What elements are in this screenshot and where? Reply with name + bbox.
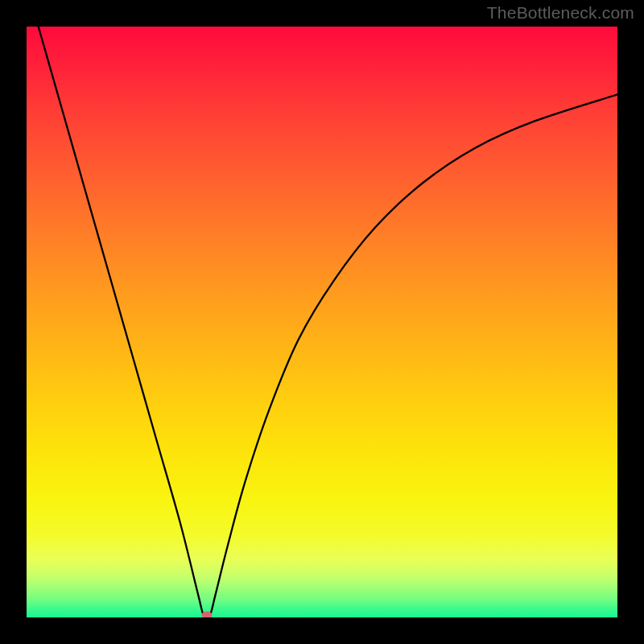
plot-area: [27, 27, 617, 617]
chart-frame: TheBottleneck.com: [0, 0, 644, 644]
watermark-text: TheBottleneck.com: [487, 3, 634, 23]
curve-svg: [27, 27, 617, 617]
minimum-marker: [201, 612, 212, 617]
curve-path: [39, 27, 617, 617]
